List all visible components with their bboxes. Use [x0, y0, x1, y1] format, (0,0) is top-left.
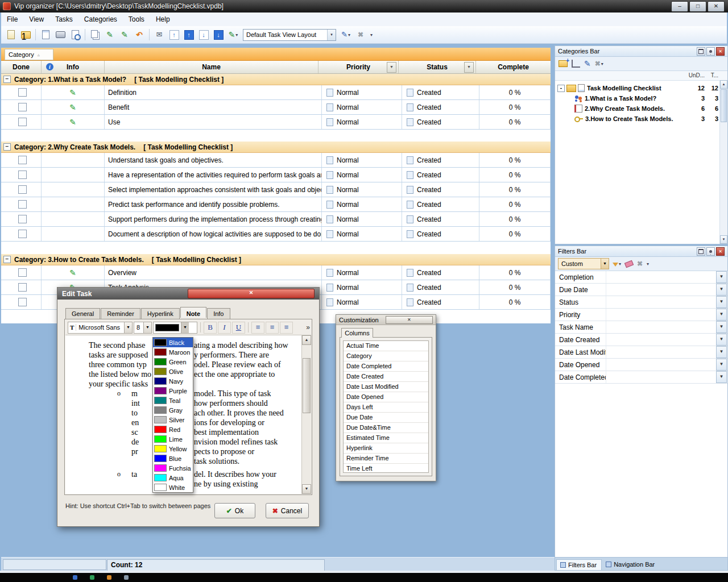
menu-item-file[interactable]: File [1, 13, 23, 26]
priority-cell[interactable]: Normal [322, 280, 402, 294]
task-row[interactable]: Have a representation of the activities … [1, 168, 551, 182]
filter-preset-combo[interactable]: Custom ▼ [558, 258, 609, 269]
task-row[interactable]: ✎UseNormalCreated0 % [1, 115, 551, 130]
note-icon[interactable]: ✎ [69, 268, 76, 277]
scroll-thumb[interactable] [721, 89, 727, 122]
group-collapse-button[interactable]: − [3, 143, 11, 151]
done-checkbox[interactable] [18, 215, 27, 223]
font-color-combo[interactable]: ▼ [153, 322, 197, 334]
status-cell[interactable]: Created [402, 153, 479, 167]
chevron-down-icon[interactable]: ▾ [348, 32, 350, 38]
task-name[interactable]: Support performers during the implementa… [105, 212, 322, 226]
done-checkbox[interactable] [18, 230, 27, 238]
maximize-button[interactable]: □ [689, 1, 706, 12]
color-option-lime[interactable]: Lime [153, 434, 193, 444]
tree-item[interactable]: 1.What is a Task Model?33 [555, 93, 727, 103]
status-cell[interactable]: Created [402, 280, 479, 294]
priority-cell[interactable]: Normal [322, 212, 402, 226]
tab-reminder[interactable]: Reminder [101, 308, 140, 319]
task-name[interactable]: Document a description of how logical ac… [105, 227, 322, 241]
insert-note-button[interactable]: ✎▾ [226, 28, 241, 41]
column-list-item[interactable]: Category [344, 351, 428, 361]
tab-info[interactable]: Info [207, 308, 230, 319]
task-name[interactable]: Predict task performance and identify po… [105, 197, 322, 211]
color-option-blue[interactable]: Blue [153, 454, 193, 463]
task-name[interactable]: Use [105, 115, 322, 129]
save-database-button[interactable] [38, 28, 53, 41]
group-collapse-button[interactable]: − [3, 256, 11, 263]
tree-item[interactable]: -Task Modelling Checklist1212 [555, 83, 727, 93]
tree-column-header-undone[interactable]: UnD... [689, 72, 705, 78]
filter-dropdown-button[interactable]: ▼ [716, 359, 727, 371]
toolbar-overflow-button[interactable]: » [306, 323, 310, 331]
task-row[interactable]: Document a description of how logical ac… [1, 227, 551, 242]
delete-filter-button[interactable]: ✖ [636, 258, 643, 269]
delete-view-button[interactable]: ✖ [353, 28, 368, 41]
font-family-combo[interactable]: T Microsoft Sans ▼ [68, 322, 133, 334]
group-header[interactable]: −Category: 2.Why Create Task Models.[ Ta… [1, 142, 551, 153]
edit-filter-button[interactable]: ▾ [612, 258, 622, 269]
scroll-up-icon[interactable]: ▲ [302, 335, 311, 345]
dialog-close-button[interactable]: ✕ [188, 289, 315, 298]
done-checkbox[interactable] [18, 103, 27, 111]
dialog-close-button[interactable]: ✕ [386, 316, 433, 324]
done-checkbox[interactable] [18, 268, 27, 277]
delete-category-button[interactable]: ✖▾ [594, 58, 604, 69]
move-down-button[interactable]: ↓ [196, 28, 211, 41]
collapse-all-button[interactable]: ↓ [211, 28, 226, 41]
chevron-down-icon[interactable]: ▾ [235, 32, 238, 38]
color-option-navy[interactable]: Navy [153, 376, 193, 386]
print-preview-button[interactable] [68, 28, 82, 41]
edit-category-button[interactable]: ✎ [584, 58, 592, 69]
color-option-yellow[interactable]: Yellow [153, 444, 193, 454]
status-cell[interactable]: Created [402, 182, 479, 197]
priority-cell[interactable]: Normal [322, 227, 402, 241]
panel-close-button[interactable]: ✕ [716, 247, 725, 256]
priority-cell[interactable]: Normal [322, 100, 402, 114]
column-list-item[interactable]: Time Left [344, 464, 428, 473]
task-name[interactable]: Benefit [105, 100, 322, 114]
note-scrollbar[interactable]: ▲ ▼ [301, 335, 311, 494]
color-option-green[interactable]: Green [153, 357, 193, 367]
priority-cell[interactable]: Normal [322, 168, 402, 182]
edit-task-button[interactable]: ✎ [102, 28, 117, 41]
tab-note[interactable]: Note [180, 307, 206, 318]
categories-scrollbar[interactable]: ▲ ▼ [719, 80, 727, 244]
status-cell[interactable]: Created [402, 85, 479, 99]
copy-task-button[interactable] [88, 28, 102, 41]
filter-dropdown-button[interactable]: ▼ [716, 371, 727, 383]
task-name[interactable]: Overview [105, 265, 322, 280]
color-option-silver[interactable]: Silver [153, 415, 193, 425]
task-row[interactable]: ✎BenefitNormalCreated0 % [1, 100, 551, 115]
font-size-combo[interactable]: 8 ▼ [134, 322, 152, 334]
chevron-down-icon[interactable]: ▼ [181, 322, 189, 333]
menu-item-help[interactable]: Help [150, 13, 176, 26]
note-icon[interactable]: ✎ [69, 103, 76, 112]
chevron-down-icon[interactable]: ▼ [601, 259, 609, 269]
tree-item[interactable]: 2.Why Create Task Models.66 [555, 103, 727, 114]
color-option-white[interactable]: White [153, 483, 193, 492]
tab-general[interactable]: General [65, 308, 100, 319]
tab-navigation-bar[interactable]: Navigation Bar [602, 559, 660, 570]
send-email-button[interactable]: ✉ [152, 28, 167, 41]
done-checkbox[interactable] [18, 185, 27, 194]
minimize-button[interactable]: – [671, 1, 688, 12]
done-checkbox[interactable] [18, 156, 27, 164]
note-icon[interactable]: ✎ [69, 118, 76, 127]
bold-button[interactable]: B [204, 322, 217, 334]
done-checkbox[interactable] [18, 298, 27, 306]
tree-item[interactable]: 3.How to Create Task Models.33 [555, 114, 727, 124]
taskbar-icon[interactable] [124, 575, 129, 580]
done-checkbox[interactable] [18, 118, 27, 126]
scroll-thumb[interactable] [303, 358, 311, 413]
status-cell[interactable]: Created [402, 295, 479, 309]
undo-button[interactable]: ↶ [132, 28, 147, 41]
expand-all-button[interactable]: ↑ [181, 28, 196, 41]
column-list-item[interactable]: Actual Time [344, 341, 428, 351]
ok-button[interactable]: ✔ Ok [214, 503, 255, 518]
manage-categories-button[interactable] [571, 58, 581, 69]
status-cell[interactable]: Created [402, 212, 479, 226]
priority-cell[interactable]: Normal [322, 85, 402, 99]
done-checkbox[interactable] [18, 200, 27, 209]
chevron-down-icon[interactable]: ▼ [124, 322, 132, 333]
